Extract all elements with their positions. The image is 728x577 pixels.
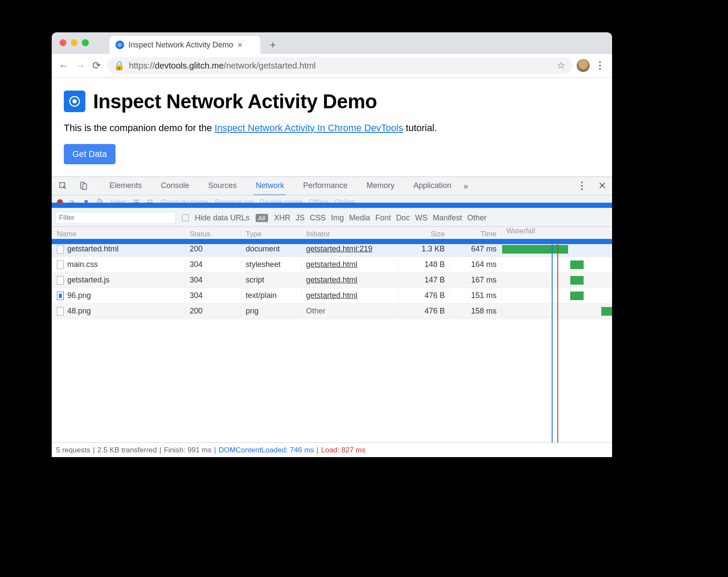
row-size: 148 B: [399, 260, 450, 269]
url-path: /network/getstarted.html: [224, 61, 316, 71]
filter-type-ws[interactable]: WS: [415, 213, 428, 223]
row-size: 147 B: [399, 276, 450, 285]
row-status: 200: [185, 245, 241, 254]
tab-title: Inspect Network Activity Demo: [128, 41, 233, 50]
favicon-icon: [116, 41, 124, 49]
table-row[interactable]: getstarted.html200documentgetstarted.htm…: [52, 241, 612, 257]
row-status: 200: [185, 307, 241, 316]
url-prefix: https://: [129, 61, 155, 71]
footer-finish: Finish: 991 ms: [164, 446, 212, 455]
table-row[interactable]: getstarted.js304scriptgetstarted.html147…: [52, 273, 612, 288]
network-table: getstarted.html200documentgetstarted.htm…: [52, 241, 612, 442]
hide-data-urls-checkbox[interactable]: [182, 214, 189, 221]
table-row[interactable]: 96.png304text/plaingetstarted.html476 B1…: [52, 288, 612, 304]
browser-tabbar: Inspect Network Activity Demo × +: [52, 32, 612, 54]
filter-type-doc[interactable]: Doc: [396, 213, 410, 223]
hide-data-urls-label: Hide data URLs: [195, 213, 250, 223]
disable-cache-label: Disable cache: [259, 198, 303, 206]
get-data-button[interactable]: Get Data: [64, 144, 116, 164]
search-icon[interactable]: 🔍: [97, 198, 104, 207]
overview-icon[interactable]: ☷: [147, 198, 155, 207]
row-initiator[interactable]: getstarted.html: [302, 276, 399, 285]
back-button[interactable]: ←: [58, 60, 70, 72]
svg-point-1: [119, 44, 121, 46]
row-initiator: Other: [302, 307, 399, 316]
col-type[interactable]: Type: [241, 230, 302, 238]
intro-text-before: This is the companion demo for the: [64, 122, 215, 133]
col-time[interactable]: Time: [450, 230, 502, 238]
devtools-tab-elements[interactable]: Elements: [108, 177, 144, 195]
row-initiator[interactable]: getstarted.html: [302, 260, 399, 269]
col-initiator[interactable]: Initiator: [302, 230, 399, 238]
filter-type-css[interactable]: CSS: [310, 213, 326, 223]
row-time: 164 ms: [450, 260, 502, 269]
row-waterfall: [502, 241, 612, 257]
network-table-header: Name Status Type Initiator Size Time Wat…: [52, 227, 612, 241]
new-tab-button[interactable]: +: [265, 37, 281, 53]
devtools-tab-performance[interactable]: Performance: [301, 177, 349, 195]
record-icon[interactable]: [57, 199, 63, 205]
devtools-menu-button[interactable]: [576, 182, 588, 190]
filter-icon[interactable]: ▼: [83, 198, 91, 206]
devtools-tab-memory[interactable]: Memory: [365, 177, 396, 195]
device-toolbar-icon[interactable]: [78, 181, 89, 191]
close-tab-icon[interactable]: ×: [237, 40, 243, 50]
footer-requests: 5 requests: [56, 446, 90, 455]
network-toolbar: ⊘ ▼ 🔍 View: ☰ ☷ Group by frame Preserve …: [52, 195, 612, 209]
more-tabs-icon[interactable]: »: [463, 181, 468, 191]
row-status: 304: [185, 276, 241, 285]
filter-input[interactable]: [55, 212, 176, 224]
filter-all-pill[interactable]: All: [256, 214, 268, 222]
row-initiator[interactable]: getstarted.html:219: [302, 245, 399, 254]
row-type: script: [241, 276, 302, 285]
tutorial-link[interactable]: Inspect Network Activity In Chrome DevTo…: [215, 122, 403, 133]
row-initiator[interactable]: getstarted.html: [302, 291, 399, 300]
row-waterfall: [502, 257, 612, 272]
filter-type-font[interactable]: Font: [375, 213, 391, 223]
row-status: 304: [185, 291, 241, 300]
devtools-tab-sources[interactable]: Sources: [206, 177, 238, 195]
devtools-tabs: ElementsConsoleSourcesNetworkPerformance…: [52, 177, 612, 195]
minimize-window-icon[interactable]: [71, 39, 78, 46]
filter-type-xhr[interactable]: XHR: [274, 213, 291, 223]
row-type: text/plain: [241, 291, 302, 300]
page-content: Inspect Network Activity Demo This is th…: [52, 78, 612, 176]
filter-type-media[interactable]: Media: [349, 213, 370, 223]
footer-transferred: 2.5 KB transferred: [97, 446, 157, 455]
close-window-icon[interactable]: [59, 39, 66, 46]
col-waterfall[interactable]: Waterfall: [502, 227, 612, 241]
filter-region: ⊘ ▼ 🔍 View: ☰ ☷ Group by frame Preserve …: [52, 195, 612, 241]
browser-tab[interactable]: Inspect Network Activity Demo ×: [109, 36, 260, 54]
row-type: stylesheet: [241, 260, 302, 269]
filter-type-manifest[interactable]: Manifest: [433, 213, 462, 223]
online-label: Online: [334, 198, 354, 206]
devtools-tab-application[interactable]: Application: [412, 177, 453, 195]
row-name: 48.png: [67, 307, 91, 316]
svg-rect-6: [83, 184, 86, 189]
table-row[interactable]: main.css304stylesheetgetstarted.html148 …: [52, 257, 612, 273]
page-logo-icon: [64, 91, 85, 112]
inspect-element-icon[interactable]: [58, 181, 68, 191]
bookmark-icon[interactable]: ☆: [557, 60, 566, 71]
file-icon: [57, 307, 64, 316]
filter-type-other[interactable]: Other: [467, 213, 487, 223]
devtools-close-button[interactable]: ✕: [598, 180, 606, 191]
filter-type-img[interactable]: Img: [331, 213, 344, 223]
reload-button[interactable]: ⟳: [91, 60, 103, 72]
col-status[interactable]: Status: [185, 230, 241, 238]
menu-button[interactable]: [594, 61, 606, 70]
devtools-tab-console[interactable]: Console: [159, 177, 191, 195]
table-row[interactable]: 48.png200pngOther476 B158 ms: [52, 304, 612, 319]
devtools-tab-network[interactable]: Network: [254, 177, 286, 196]
filter-type-js[interactable]: JS: [296, 213, 305, 223]
col-size[interactable]: Size: [399, 230, 450, 238]
row-time: 647 ms: [450, 245, 502, 254]
forward-button[interactable]: →: [74, 60, 86, 72]
address-bar: ← → ⟳ 🔒 https:// devtools.glitch.me /net…: [52, 54, 612, 78]
maximize-window-icon[interactable]: [82, 39, 89, 46]
clear-icon[interactable]: ⊘: [69, 198, 77, 207]
col-name[interactable]: Name: [52, 230, 185, 238]
profile-avatar[interactable]: [577, 59, 590, 72]
large-rows-icon[interactable]: ☰: [133, 198, 141, 207]
url-bar[interactable]: 🔒 https:// devtools.glitch.me /network/g…: [107, 57, 572, 74]
